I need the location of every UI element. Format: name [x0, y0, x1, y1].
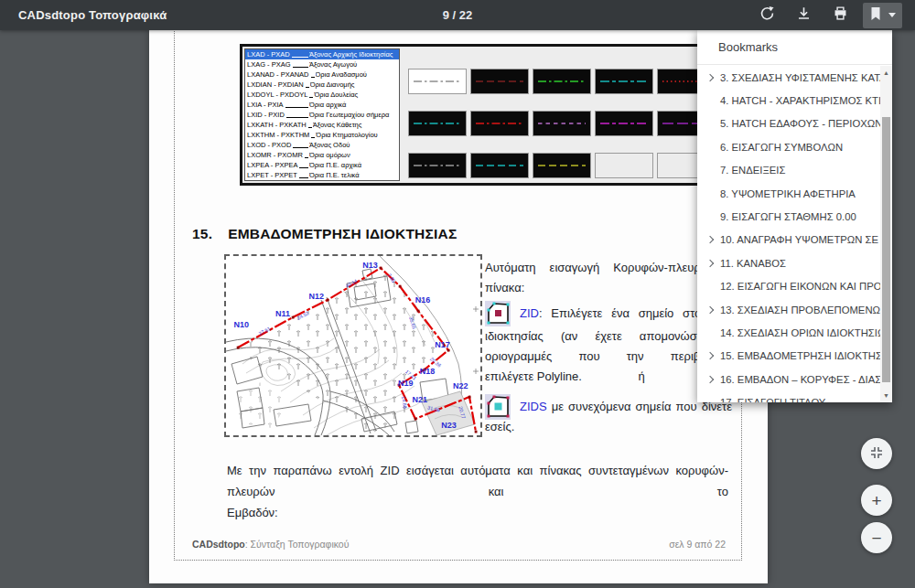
linetype-code: LXDIAN - PXDIAN — [247, 80, 304, 90]
bookmark-item[interactable]: 17. ΕΙΣΑΓΩΓΗ ΤΙΤΛΟΥ — [697, 390, 880, 402]
bookmark-item[interactable]: 13. ΣΧΕΔΙΑΣΗ ΠΡΟΒΛΕΠΟΜΕΝΩΝ ... — [697, 298, 880, 321]
chevron-right-icon[interactable] — [706, 376, 714, 383]
linetype-sample-cell — [595, 111, 653, 136]
linetype-row: LXKTHM - PXKTHM Όρια Κτηματολογίου — [245, 130, 399, 140]
rotate-button[interactable] — [753, 3, 780, 28]
bookmark-item-label: 16. ΕΜΒΑΔΟΝ – ΚΟΡΥΦΕΣ - ΔΙΑΣΤ... — [720, 374, 880, 385]
bookmark-item[interactable]: 12. ΕΙΣΑΓΩΓΗ ΕΙΚΟΝΩΝ ΚΑΙ ΠΡΟΣ... — [697, 275, 880, 298]
bookmarks-button[interactable] — [863, 3, 902, 28]
chevron-right-icon[interactable] — [706, 73, 714, 80]
bookmarks-scrollbar[interactable]: ▲ ▼ — [880, 66, 892, 402]
side-line: εσείς. — [485, 420, 732, 434]
linetype-code: LXOMR - PXOMR — [247, 151, 303, 160]
bookmark-item[interactable]: 6. ΕΙΣΑΓΩΓΗ ΣΥΜΒΟΛΩΝ — [697, 135, 880, 158]
plus-icon: + — [871, 492, 881, 509]
body-paragraph: Με την παραπάνω εντολή ZID εισάγεται αυτ… — [227, 460, 728, 523]
footer-left: CADsdtopo: Σύνταξη Τοπογραφικού — [192, 539, 349, 550]
chevron-right-icon[interactable] — [706, 352, 714, 359]
bookmark-item-label: 17. ΕΙΣΑΓΩΓΗ ΤΙΤΛΟΥ — [720, 397, 825, 402]
linetype-row: LXAD - PXAD Άξονας Αρχικής Ιδιοκτησίας — [245, 49, 399, 59]
linetype-name: Όρια ομόρων — [309, 151, 397, 160]
chevron-right-icon[interactable] — [706, 305, 714, 313]
linetype-sample-cell — [595, 69, 653, 94]
linetype-name: Όρια Αναδασμού — [316, 70, 400, 80]
bookmark-item[interactable]: 14. ΣΧΕΔΙΑΣΗ ΟΡΙΩΝ ΙΔΙΟΚΤΗΣΙΩΝ: — [697, 321, 880, 344]
linetype-row: LXPET - PXPET Όρια Π.Ε. τελικά — [245, 170, 399, 180]
linetype-underscore-fill — [293, 147, 308, 148]
linetype-row: LXID - PXID Όρια Γεωτεμαχίου σήμερα — [245, 110, 399, 120]
map-vertex-label: N21 — [413, 395, 428, 404]
linetype-sample-cell — [595, 153, 653, 178]
linetype-name: Άξονας Οδού — [309, 141, 397, 150]
bookmarks-list: 3. ΣΧΕΔΙΑΣΗ ΥΦΙΣΤΑΜΕΝΗΣ ΚΑΤΑ... 4. HATCH… — [697, 66, 880, 402]
bookmark-item[interactable]: 4. HATCH - ΧΑΡΑΚΤΗΡΙΣΜΟΣ ΚΤΙΡΙ... — [697, 89, 880, 112]
linetype-code: LXKTHM - PXKTHM — [247, 131, 309, 140]
linetype-name: Όρια Π.Ε. αρχικά — [309, 161, 397, 170]
bookmark-item[interactable]: 16. ΕΜΒΑΔΟΝ – ΚΟΡΥΦΕΣ - ΔΙΑΣΤ... — [697, 368, 880, 390]
bookmark-item[interactable]: 11. ΚΑΝΑΒΟΣ — [697, 251, 880, 274]
bookmark-item-label: 3. ΣΧΕΔΙΑΣΗ ΥΦΙΣΤΑΜΕΝΗΣ ΚΑΤΑ... — [720, 72, 880, 83]
chevron-right-icon[interactable] — [706, 260, 714, 267]
linetype-row: LXOD - PXOD Άξονας Οδού — [245, 140, 399, 150]
side-line: πίνακα: — [485, 281, 732, 295]
linetype-underscore-fill — [305, 157, 308, 158]
bookmark-item-label: 13. ΣΧΕΔΙΑΣΗ ΠΡΟΒΛΕΠΟΜΕΝΩΝ ... — [720, 305, 880, 315]
side-line-text: επιλέγετε Polyline. — [485, 369, 582, 383]
side-line: Αυτόματη εισαγωγή Κορυφών-πλευρών-εμ — [485, 261, 732, 275]
toolbar-actions — [753, 3, 902, 28]
linetype-name: Όρια αρχικά — [309, 101, 397, 110]
side-line-text: ή — [639, 369, 645, 383]
map-vertex-label: N13 — [362, 261, 378, 270]
zoom-in-button[interactable]: + — [861, 485, 892, 516]
linetype-underscore-fill — [299, 167, 308, 168]
footer-page-label: σελ 9 από 22 — [669, 539, 726, 550]
linetype-code: LXAD - PXAD — [247, 50, 290, 59]
linetype-row: LXKATH - PXKATH Άξονας Κάθετης — [245, 120, 399, 130]
bookmark-item-label: 11. ΚΑΝΑΒΟΣ — [720, 258, 786, 269]
linetype-underscore-fill — [308, 127, 312, 128]
bookmark-item[interactable]: 3. ΣΧΕΔΙΑΣΗ ΥΦΙΣΤΑΜΕΝΗΣ ΚΑΤΑ... — [697, 66, 880, 89]
download-button[interactable] — [790, 3, 817, 28]
bookmarks-panel: Bookmarks 3. ΣΧΕΔΙΑΣΗ ΥΦΙΣΤΑΜΕΝΗΣ ΚΑΤΑ..… — [697, 30, 892, 402]
linetype-name: Άξονας Κάθετης — [313, 121, 400, 130]
linetype-sample-cell — [470, 153, 529, 178]
bookmark-item[interactable]: 5. HATCH ΕΔΑΦΟΥΣ - ΠΕΡΙΟΧΩΝ: — [697, 112, 880, 135]
bookmark-item[interactable]: 8. ΥΨΟΜΕΤΡΙΚΗ ΑΦΕΤΗΡΙΑ — [697, 182, 880, 205]
linetype-underscore-fill — [311, 137, 315, 138]
map-vertex-label: N11 — [275, 309, 290, 318]
print-button[interactable] — [826, 3, 854, 28]
rotate-icon — [759, 5, 775, 25]
map-vertex-label: N18 — [420, 367, 436, 376]
download-icon — [796, 5, 812, 25]
linetype-name: Όρια Διανομής — [310, 80, 398, 90]
bookmark-item[interactable]: 10. ΑΝΑΓΡΑΦΗ ΥΨΟΜΕΤΡΩΝ ΣΕ Χ... — [697, 229, 880, 251]
bookmark-item[interactable]: 7. ΕΝΔΕΙΞΕΙΣ — [697, 159, 880, 182]
linetype-sample-cell — [408, 111, 467, 136]
scroll-up-icon[interactable]: ▲ — [880, 69, 892, 76]
side-line: ZIDS με συνεχόμενα σημεία που δίνετε — [485, 400, 732, 414]
bookmark-item[interactable]: 9. ΕΙΣΑΓΩΓΗ ΣΤΑΘΜΗΣ 0.00 — [697, 205, 880, 228]
linetype-row: LXPEA - PXPEA Όρια Π.Ε. αρχικά — [245, 160, 399, 170]
linetype-code: LXKATH - PXKATH — [247, 121, 307, 130]
fit-to-page-button[interactable] — [861, 438, 892, 469]
linetype-code: LXANAD - PXANAD — [247, 70, 309, 80]
bookmark-item-label: 12. ΕΙΣΑΓΩΓΗ ΕΙΚΟΝΩΝ ΚΑΙ ΠΡΟΣ... — [720, 281, 880, 292]
zoom-out-button[interactable]: − — [861, 522, 892, 553]
bookmark-item[interactable]: 15. ΕΜΒΑΔΟΜΕΤΡΗΣΗ ΙΔΙΟΚΤΗΣΙ... — [697, 345, 880, 368]
side-line: οριογραμμές που την περιβάλλου — [485, 349, 732, 364]
linetype-code: LXAG - PXAG — [247, 60, 291, 69]
bookmark-item-label: 4. HATCH - ΧΑΡΑΚΤΗΡΙΣΜΟΣ ΚΤΙΡΙ... — [720, 95, 880, 106]
linetype-underscore-fill — [311, 77, 315, 78]
chevron-right-icon[interactable] — [706, 236, 714, 243]
linetype-code: LXIA - PXIA — [247, 101, 284, 110]
map-vertex-label: N22 — [453, 381, 468, 390]
scroll-down-icon[interactable]: ▼ — [880, 392, 892, 399]
footer-subtitle: Σύνταξη Τοπογραφικού — [251, 539, 350, 550]
footer-brand: CADsdtopo — [192, 539, 245, 550]
linetype-code: LXDOYL - PXDOYL — [247, 91, 307, 100]
linetype-sample-cell — [533, 111, 591, 136]
bookmark-item-label: 6. ΕΙΣΑΓΩΓΗ ΣΥΜΒΟΛΩΝ — [720, 142, 843, 153]
side-line: ιδιοκτησίας (αν έχετε απομονώσει μι — [485, 329, 732, 344]
scrollbar-thumb[interactable] — [882, 117, 890, 382]
document-title: CADsdtopo Τοπογραφικά — [18, 8, 167, 22]
